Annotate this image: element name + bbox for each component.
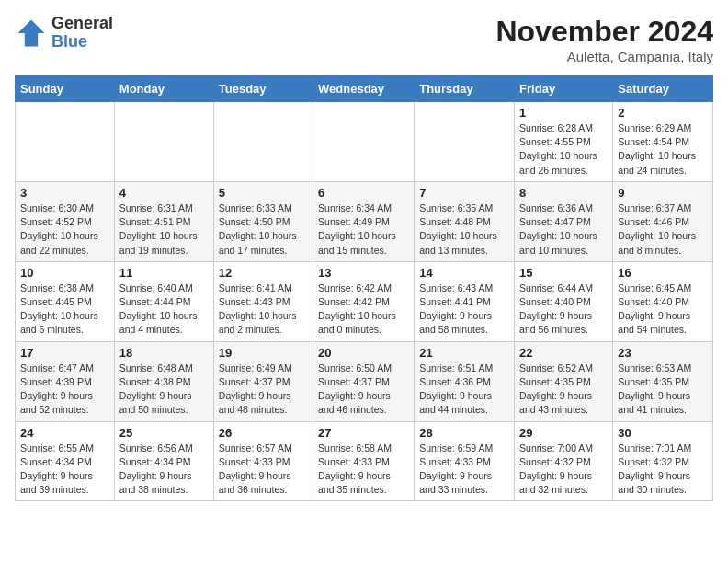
weekday-header: Thursday (415, 76, 515, 102)
day-number: 13 (318, 266, 409, 280)
calendar-cell: 16Sunrise: 6:45 AM Sunset: 4:40 PM Dayli… (613, 261, 713, 341)
day-info: Sunrise: 6:59 AM Sunset: 4:33 PM Dayligh… (419, 442, 509, 498)
calendar-cell: 25Sunrise: 6:56 AM Sunset: 4:34 PM Dayli… (114, 421, 213, 501)
calendar-cell: 29Sunrise: 7:00 AM Sunset: 4:32 PM Dayli… (515, 421, 613, 501)
day-number: 9 (618, 186, 708, 200)
day-info: Sunrise: 6:34 AM Sunset: 4:49 PM Dayligh… (318, 201, 409, 258)
weekday-row: SundayMondayTuesdayWednesdayThursdayFrid… (16, 76, 713, 102)
day-info: Sunrise: 6:28 AM Sunset: 4:55 PM Dayligh… (519, 121, 608, 178)
day-info: Sunrise: 7:00 AM Sunset: 4:32 PM Dayligh… (519, 442, 608, 498)
day-info: Sunrise: 6:35 AM Sunset: 4:48 PM Dayligh… (419, 201, 509, 258)
calendar-week-row: 1Sunrise: 6:28 AM Sunset: 4:55 PM Daylig… (16, 102, 713, 182)
day-info: Sunrise: 6:56 AM Sunset: 4:34 PM Dayligh… (119, 442, 209, 498)
calendar-cell: 11Sunrise: 6:40 AM Sunset: 4:44 PM Dayli… (114, 261, 213, 341)
day-info: Sunrise: 6:44 AM Sunset: 4:40 PM Dayligh… (519, 282, 608, 338)
calendar-cell: 18Sunrise: 6:48 AM Sunset: 4:38 PM Dayli… (114, 341, 213, 421)
day-number: 7 (419, 186, 509, 200)
page-header: General Blue November 2024 Auletta, Camp… (15, 15, 713, 64)
day-number: 10 (20, 266, 109, 280)
day-number: 24 (20, 426, 109, 440)
calendar-cell: 14Sunrise: 6:43 AM Sunset: 4:41 PM Dayli… (415, 261, 515, 341)
day-number: 23 (618, 346, 708, 360)
calendar-cell: 17Sunrise: 6:47 AM Sunset: 4:39 PM Dayli… (16, 341, 115, 421)
day-number: 11 (119, 266, 209, 280)
svg-marker-0 (18, 19, 45, 46)
day-number: 5 (219, 186, 308, 200)
logo: General Blue (15, 15, 113, 52)
weekday-header: Tuesday (213, 76, 313, 102)
calendar-cell: 26Sunrise: 6:57 AM Sunset: 4:33 PM Dayli… (213, 421, 313, 501)
calendar-week-row: 3Sunrise: 6:30 AM Sunset: 4:52 PM Daylig… (16, 181, 713, 261)
day-number: 12 (219, 266, 308, 280)
calendar-cell (114, 102, 213, 182)
calendar-cell: 15Sunrise: 6:44 AM Sunset: 4:40 PM Dayli… (515, 261, 613, 341)
day-info: Sunrise: 6:29 AM Sunset: 4:54 PM Dayligh… (618, 121, 708, 178)
calendar-cell: 22Sunrise: 6:52 AM Sunset: 4:35 PM Dayli… (515, 341, 613, 421)
day-number: 17 (20, 346, 109, 360)
calendar-cell: 2Sunrise: 6:29 AM Sunset: 4:54 PM Daylig… (613, 102, 713, 182)
calendar-cell: 6Sunrise: 6:34 AM Sunset: 4:49 PM Daylig… (313, 181, 415, 261)
day-number: 30 (618, 426, 708, 440)
day-info: Sunrise: 6:55 AM Sunset: 4:34 PM Dayligh… (20, 442, 109, 498)
day-number: 8 (519, 186, 608, 200)
day-info: Sunrise: 6:57 AM Sunset: 4:33 PM Dayligh… (219, 442, 308, 498)
calendar-week-row: 24Sunrise: 6:55 AM Sunset: 4:34 PM Dayli… (16, 421, 713, 501)
day-info: Sunrise: 6:38 AM Sunset: 4:45 PM Dayligh… (20, 282, 109, 338)
day-number: 26 (219, 426, 308, 440)
day-number: 21 (419, 346, 509, 360)
day-number: 22 (519, 346, 608, 360)
calendar-cell: 30Sunrise: 7:01 AM Sunset: 4:32 PM Dayli… (613, 421, 713, 501)
day-info: Sunrise: 6:41 AM Sunset: 4:43 PM Dayligh… (219, 282, 308, 338)
calendar-cell: 28Sunrise: 6:59 AM Sunset: 4:33 PM Dayli… (415, 421, 515, 501)
day-number: 29 (519, 426, 608, 440)
day-info: Sunrise: 6:48 AM Sunset: 4:38 PM Dayligh… (119, 362, 209, 418)
calendar-cell (213, 102, 313, 182)
day-number: 20 (318, 346, 409, 360)
logo-icon (15, 17, 48, 50)
calendar-cell (415, 102, 515, 182)
day-info: Sunrise: 6:53 AM Sunset: 4:35 PM Dayligh… (618, 362, 708, 418)
day-number: 2 (618, 106, 708, 120)
calendar-header: SundayMondayTuesdayWednesdayThursdayFrid… (16, 76, 713, 102)
logo-text: General Blue (51, 15, 113, 52)
day-info: Sunrise: 6:51 AM Sunset: 4:36 PM Dayligh… (419, 362, 509, 418)
day-number: 28 (419, 426, 509, 440)
weekday-header: Wednesday (313, 76, 415, 102)
day-info: Sunrise: 6:58 AM Sunset: 4:33 PM Dayligh… (318, 442, 409, 498)
day-info: Sunrise: 6:33 AM Sunset: 4:50 PM Dayligh… (219, 201, 308, 258)
day-number: 27 (318, 426, 409, 440)
calendar-body: 1Sunrise: 6:28 AM Sunset: 4:55 PM Daylig… (16, 102, 713, 501)
day-info: Sunrise: 6:42 AM Sunset: 4:42 PM Dayligh… (318, 282, 409, 338)
calendar-cell: 4Sunrise: 6:31 AM Sunset: 4:51 PM Daylig… (114, 181, 213, 261)
day-info: Sunrise: 6:31 AM Sunset: 4:51 PM Dayligh… (119, 201, 209, 258)
day-number: 14 (419, 266, 509, 280)
weekday-header: Sunday (16, 76, 115, 102)
day-info: Sunrise: 6:47 AM Sunset: 4:39 PM Dayligh… (20, 362, 109, 418)
calendar-cell: 8Sunrise: 6:36 AM Sunset: 4:47 PM Daylig… (515, 181, 613, 261)
calendar-cell: 21Sunrise: 6:51 AM Sunset: 4:36 PM Dayli… (415, 341, 515, 421)
location: Auletta, Campania, Italy (495, 49, 713, 64)
day-info: Sunrise: 6:45 AM Sunset: 4:40 PM Dayligh… (618, 282, 708, 338)
weekday-header: Friday (515, 76, 613, 102)
day-number: 4 (119, 186, 209, 200)
calendar-table: SundayMondayTuesdayWednesdayThursdayFrid… (15, 75, 713, 501)
day-number: 19 (219, 346, 308, 360)
calendar-week-row: 10Sunrise: 6:38 AM Sunset: 4:45 PM Dayli… (16, 261, 713, 341)
day-number: 3 (20, 186, 109, 200)
day-info: Sunrise: 6:43 AM Sunset: 4:41 PM Dayligh… (419, 282, 509, 338)
day-info: Sunrise: 6:30 AM Sunset: 4:52 PM Dayligh… (20, 201, 109, 258)
day-info: Sunrise: 6:40 AM Sunset: 4:44 PM Dayligh… (119, 282, 209, 338)
logo-blue: Blue (51, 33, 113, 52)
calendar-week-row: 17Sunrise: 6:47 AM Sunset: 4:39 PM Dayli… (16, 341, 713, 421)
calendar-cell (16, 102, 115, 182)
month-title: November 2024 (495, 15, 713, 49)
weekday-header: Monday (114, 76, 213, 102)
calendar-cell: 3Sunrise: 6:30 AM Sunset: 4:52 PM Daylig… (16, 181, 115, 261)
calendar-cell: 27Sunrise: 6:58 AM Sunset: 4:33 PM Dayli… (313, 421, 415, 501)
calendar-cell: 13Sunrise: 6:42 AM Sunset: 4:42 PM Dayli… (313, 261, 415, 341)
calendar-cell: 12Sunrise: 6:41 AM Sunset: 4:43 PM Dayli… (213, 261, 313, 341)
day-number: 6 (318, 186, 409, 200)
day-number: 16 (618, 266, 708, 280)
title-block: November 2024 Auletta, Campania, Italy (495, 15, 713, 64)
logo-general: General (51, 15, 113, 33)
